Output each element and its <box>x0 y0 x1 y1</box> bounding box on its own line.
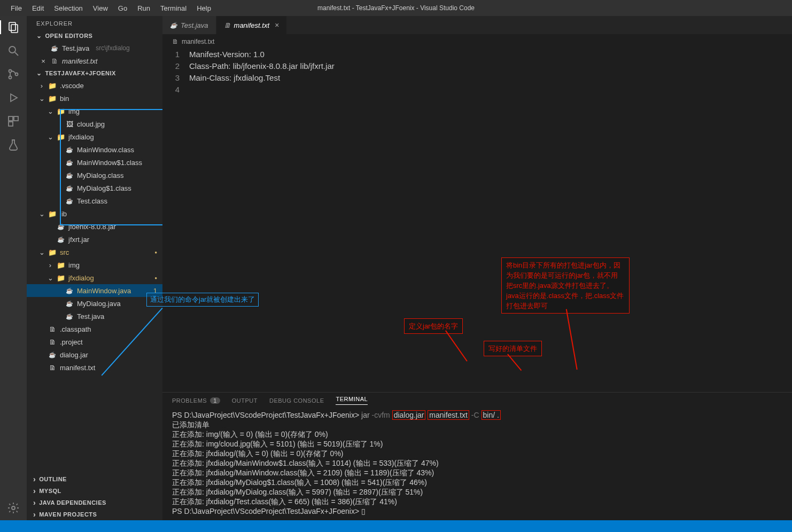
tree-label: .classpath <box>60 325 91 333</box>
svg-line-3 <box>15 52 18 56</box>
folder-icon: 📁 <box>48 248 57 256</box>
tree-folder[interactable]: ⌄📁jfxdialog● <box>27 271 162 284</box>
tree-item[interactable]: ☕jfxrt.jar <box>27 233 162 246</box>
close-icon[interactable]: × <box>275 21 279 29</box>
file-icon: 🗎 <box>50 57 59 65</box>
java-icon: ☕ <box>50 44 59 52</box>
annotation-bin: 将bin目录下所有的打包进jar包内，因为我们要的是可运行的jar包，就不用把s… <box>501 257 630 314</box>
tree-item[interactable]: ☕MainWindow.java 1 <box>27 284 162 297</box>
java-icon: ☕ <box>65 158 74 167</box>
open-editor-item[interactable]: ×🗎manifest.txt <box>27 54 162 67</box>
tree-folder[interactable]: ›📁.vscode <box>27 79 162 92</box>
badge: 1 <box>210 397 220 404</box>
tab-manifest-txt[interactable]: 🗎manifest.txt× <box>216 16 288 34</box>
menu-file[interactable]: File <box>6 2 26 14</box>
file-label: manifest.txt <box>62 57 97 65</box>
search-icon[interactable] <box>6 44 20 58</box>
tree-label: manifest.txt <box>60 364 95 372</box>
tree-item[interactable]: ☕MainWindow.class <box>27 143 162 156</box>
tree-item[interactable]: 🗎manifest.txt <box>27 361 162 374</box>
svg-rect-8 <box>9 116 13 121</box>
menu-terminal[interactable]: Terminal <box>156 2 191 14</box>
section-mysql[interactable]: MYSQL <box>27 485 162 497</box>
tab-label: manifest.txt <box>234 21 269 29</box>
tree-item[interactable]: ☕Test.class <box>27 194 162 207</box>
scm-icon[interactable] <box>6 67 20 81</box>
tree-item[interactable]: ☕Test.java <box>27 310 162 323</box>
java-icon: ☕ <box>65 171 74 179</box>
java-icon: ☕ <box>48 350 57 359</box>
java-icon: ☕ <box>57 235 65 244</box>
tree-item[interactable]: ☕MainWindow$1.class <box>27 156 162 169</box>
tree-label: MainWindow.class <box>77 146 134 154</box>
tree-folder[interactable]: ›📁img <box>27 259 162 271</box>
annotation-manifest: 写好的清单文件 <box>484 341 542 356</box>
tree-folder[interactable]: ⌄📁bin <box>27 92 162 105</box>
tree-item[interactable]: ☕dialog.jar <box>27 348 162 361</box>
tree-item[interactable]: ☕jfoenix-8.0.8.jar <box>27 220 162 233</box>
code-area[interactable]: 1234 Manifest-Version: 1.0Class-Path: li… <box>162 49 792 96</box>
menu-selection[interactable]: Selection <box>50 2 87 14</box>
breadcrumb[interactable]: 🗎 manifest.txt <box>162 35 792 49</box>
panel-tab-debug-console[interactable]: DEBUG CONSOLE <box>269 396 324 405</box>
svg-marker-7 <box>11 94 17 101</box>
twisty-icon: ⌄ <box>47 107 53 115</box>
folder-icon: 📁 <box>48 209 57 218</box>
menu-edit[interactable]: Edit <box>28 2 48 14</box>
svg-point-11 <box>12 506 15 510</box>
close-icon[interactable]: × <box>40 57 47 65</box>
tree-label: dialog.jar <box>60 351 88 359</box>
panel-tab-terminal[interactable]: TERMINAL <box>336 396 368 405</box>
settings-icon[interactable] <box>6 501 20 515</box>
open-editor-item[interactable]: ☕Test.javasrc\jfxdialog <box>27 42 162 54</box>
panel-tab-label: PROBLEMS <box>172 397 207 404</box>
tree-item[interactable]: 🖼cloud.jpg <box>27 118 162 130</box>
tree-folder[interactable]: ⌄📁lib <box>27 207 162 220</box>
folder-icon: 📁 <box>57 107 65 115</box>
panel-tab-label: OUTPUT <box>232 397 258 404</box>
explorer-icon[interactable] <box>0 20 26 34</box>
test-icon[interactable] <box>6 138 20 152</box>
tree-label: MyDialog.class <box>77 171 123 179</box>
debug-icon[interactable] <box>6 91 20 105</box>
open-editors-header[interactable]: OPEN EDITORS <box>27 30 162 42</box>
annotation-jar-name: 定义jar包的名字 <box>404 318 463 334</box>
panel-tab-problems[interactable]: PROBLEMS1 <box>172 396 220 405</box>
tree-item[interactable]: 🗎.project <box>27 335 162 348</box>
tree-label: lib <box>60 210 67 218</box>
tab-Test-java[interactable]: ☕Test.java <box>162 16 216 34</box>
java-icon: ☕ <box>65 197 74 205</box>
code-lines[interactable]: Manifest-Version: 1.0Class-Path: lib/jfo… <box>189 49 792 96</box>
tree-item[interactable]: ☕MyDialog$1.class <box>27 182 162 194</box>
section-java-dependencies[interactable]: JAVA DEPENDENCIES <box>27 497 162 508</box>
sidebar: EXPLORER OPEN EDITORS ☕Test.javasrc\jfxd… <box>27 16 162 520</box>
activity-bar <box>0 16 27 520</box>
menu-help[interactable]: Help <box>192 2 215 14</box>
section-maven-projects[interactable]: MAVEN PROJECTS <box>27 508 162 520</box>
panel: PROBLEMS1OUTPUTDEBUG CONSOLETERMINAL PS … <box>162 392 792 520</box>
tree-label: bin <box>60 95 69 103</box>
panel-tab-output[interactable]: OUTPUT <box>232 396 258 405</box>
extensions-icon[interactable] <box>6 114 20 128</box>
menu-go[interactable]: Go <box>114 2 131 14</box>
java-icon: ☕ <box>65 312 74 320</box>
img-icon: 🖼 <box>65 120 74 128</box>
tree-label: MyDialog.java <box>77 300 121 308</box>
section-outline[interactable]: OUTLINE <box>27 473 162 485</box>
terminal-output[interactable]: PS D:\JavaProject\VScodeProject\TestJava… <box>162 410 792 520</box>
twisty-icon: › <box>47 261 53 269</box>
menu-view[interactable]: View <box>89 2 112 14</box>
twisty-icon: ⌄ <box>38 210 45 218</box>
tree-item[interactable]: ☕MyDialog.java <box>27 297 162 310</box>
tree-folder[interactable]: ⌄📁src● <box>27 246 162 259</box>
tree-folder[interactable]: ⌄📁img <box>27 105 162 118</box>
svg-rect-1 <box>11 25 18 33</box>
file-icon: 🗎 <box>48 325 57 333</box>
twisty-icon: › <box>38 82 45 90</box>
file-icon: 🗎 <box>224 21 231 29</box>
menu-run[interactable]: Run <box>133 2 154 14</box>
project-header[interactable]: TESTJAVAFX+JFOENIX <box>27 67 162 79</box>
tree-label: img <box>68 261 80 269</box>
tree-folder[interactable]: ⌄📁jfxdialog <box>27 130 162 143</box>
tree-item[interactable]: ☕MyDialog.class <box>27 169 162 182</box>
